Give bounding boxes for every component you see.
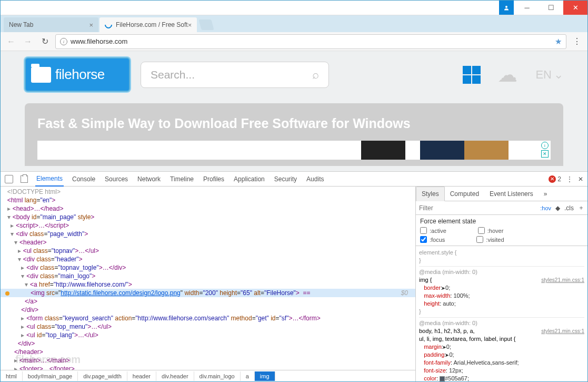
force-hover[interactable]: :hover: [478, 227, 504, 234]
styles-filter-bar: :hov ◆ .cls ＋: [416, 201, 587, 215]
devtools-tabbar: Elements Console Sources Network Timelin…: [1, 172, 587, 187]
device-toggle-icon[interactable]: [21, 175, 28, 183]
filehorse-logo[interactable]: filehorse: [25, 57, 130, 92]
ad-image[interactable]: [361, 141, 509, 160]
devtools-tab-elements[interactable]: Elements: [35, 172, 64, 187]
cloud-icon[interactable]: ☁: [497, 63, 517, 86]
chrome-menu-icon[interactable]: ⋮: [571, 36, 583, 46]
devtools-tab-application[interactable]: Application: [233, 172, 266, 186]
devtools-tab-sources[interactable]: Sources: [104, 172, 129, 186]
back-button[interactable]: ←: [5, 35, 17, 48]
bookmark-star-icon[interactable]: ★: [555, 37, 562, 46]
browser-toolbar: ← → ↻ i www.filehorse.com ★ ⋮: [1, 32, 587, 51]
force-visited[interactable]: :visited: [476, 236, 504, 243]
search-icon[interactable]: ⌕: [312, 68, 319, 82]
chevron-down-icon: ⌄: [554, 68, 563, 82]
chrome-window: ─ ☐ ✕ New Tab × FileHorse.com / Free Sof…: [0, 0, 588, 382]
ad-close-icon[interactable]: ✕: [541, 150, 549, 158]
address-bar[interactable]: i www.filehorse.com ★: [55, 34, 566, 49]
language-selector[interactable]: EN⌄: [535, 68, 563, 82]
page-viewport: filehorse Search... ⌕ ☁ EN⌄ Fast & Simpl…: [1, 51, 587, 187]
force-focus[interactable]: :focus: [420, 236, 445, 243]
dark-icon[interactable]: ◆: [555, 204, 560, 212]
ad-block: i ✕: [37, 141, 551, 160]
logo-text: filehorse: [55, 66, 105, 83]
devtools-menu-icon[interactable]: ⋮: [566, 175, 573, 183]
platform-icons: ☁ EN⌄: [463, 63, 563, 86]
browser-tabstrip: New Tab × FileHorse.com / Free Soft ×: [1, 15, 587, 32]
force-state-panel: Force element state :active :hover :focu…: [416, 215, 587, 246]
tab-close-icon[interactable]: ×: [89, 21, 93, 29]
tab-title: FileHorse.com / Free Soft: [116, 21, 188, 28]
hov-toggle[interactable]: :hov: [540, 205, 551, 211]
svg-point-0: [505, 6, 507, 8]
site-info-icon[interactable]: i: [60, 38, 67, 45]
favicon-icon: [103, 19, 114, 30]
computed-tab[interactable]: Computed: [445, 187, 484, 201]
browser-tab-active[interactable]: FileHorse.com / Free Soft ×: [99, 17, 197, 32]
devtools-tab-console[interactable]: Console: [71, 172, 96, 186]
elements-panel: <!DOCTYPE html> <html lang="en"> ▸<head>…: [1, 187, 416, 381]
styles-panel: Styles Computed Event Listeners » :hov ◆…: [416, 187, 587, 381]
devtools-tab-timeline[interactable]: Timeline: [169, 172, 195, 186]
adchoices-icon[interactable]: i: [541, 142, 549, 149]
folder-icon: [31, 67, 51, 83]
window-titlebar: ─ ☐ ✕: [1, 1, 587, 15]
devtools-panel: Elements Console Sources Network Timelin…: [1, 171, 587, 381]
tab-title: New Tab: [9, 21, 33, 28]
force-active[interactable]: :active: [420, 227, 446, 234]
hero-title: Fast & Simple Way to Download Free Softw…: [37, 116, 551, 131]
error-icon: ✕: [549, 175, 556, 183]
event-listeners-tab[interactable]: Event Listeners: [484, 187, 539, 201]
new-tab-button[interactable]: [199, 19, 214, 30]
error-count[interactable]: ✕2: [549, 175, 561, 183]
inspect-element-icon[interactable]: [5, 175, 13, 183]
styles-filter-input[interactable]: [419, 204, 536, 212]
window-close[interactable]: ✕: [563, 1, 587, 15]
devtools-tab-network[interactable]: Network: [136, 172, 162, 186]
more-tabs-icon[interactable]: »: [539, 187, 553, 201]
add-rule-icon[interactable]: ＋: [578, 203, 584, 212]
tab-close-icon[interactable]: ×: [188, 21, 192, 29]
reload-button[interactable]: ↻: [38, 35, 51, 48]
cls-toggle[interactable]: .cls: [564, 204, 574, 212]
browser-tab[interactable]: New Tab ×: [4, 17, 98, 32]
styles-tabbar: Styles Computed Event Listeners »: [416, 187, 587, 201]
search-input[interactable]: Search... ⌕: [141, 62, 329, 88]
forward-button[interactable]: →: [22, 35, 34, 48]
window-maximize[interactable]: ☐: [539, 1, 563, 15]
devtools-tab-security[interactable]: Security: [273, 172, 298, 186]
search-placeholder: Search...: [151, 68, 195, 81]
windows-icon[interactable]: [463, 66, 481, 84]
styles-tab[interactable]: Styles: [416, 187, 445, 201]
devtools-tab-audits[interactable]: Audits: [305, 172, 325, 186]
dom-breadcrumb[interactable]: html body#main_page div.page_width heade…: [1, 370, 415, 381]
url-text: www.filehorse.com: [71, 37, 127, 45]
css-rules[interactable]: element.style { } @media (min-width: 0) …: [416, 246, 587, 381]
user-button[interactable]: [499, 1, 514, 15]
window-minimize[interactable]: ─: [515, 1, 539, 15]
page-header: filehorse Search... ⌕ ☁ EN⌄: [25, 57, 563, 92]
hero-banner: Fast & Simple Way to Download Free Softw…: [25, 103, 563, 166]
devtools-close-icon[interactable]: ✕: [578, 175, 583, 183]
dom-tree[interactable]: <!DOCTYPE html> <html lang="en"> ▸<head>…: [1, 187, 415, 370]
devtools-tab-profiles[interactable]: Profiles: [202, 172, 225, 186]
force-state-title: Force element state: [420, 218, 583, 225]
